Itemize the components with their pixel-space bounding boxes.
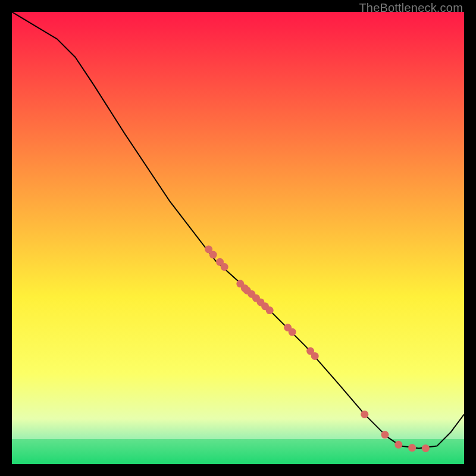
data-marker <box>408 444 416 452</box>
plot-area <box>12 12 464 464</box>
chart-frame: TheBottleneck.com <box>0 0 476 476</box>
bottleneck-curve <box>12 12 464 448</box>
data-marker <box>381 431 389 439</box>
data-marker <box>266 306 274 314</box>
data-marker <box>422 444 430 452</box>
data-marker <box>311 352 319 360</box>
data-marker <box>221 263 228 271</box>
data-marker <box>394 441 402 449</box>
data-markers <box>205 246 430 452</box>
data-marker <box>209 251 217 259</box>
data-marker <box>289 328 296 336</box>
chart-svg <box>12 12 464 464</box>
data-marker <box>361 411 368 418</box>
